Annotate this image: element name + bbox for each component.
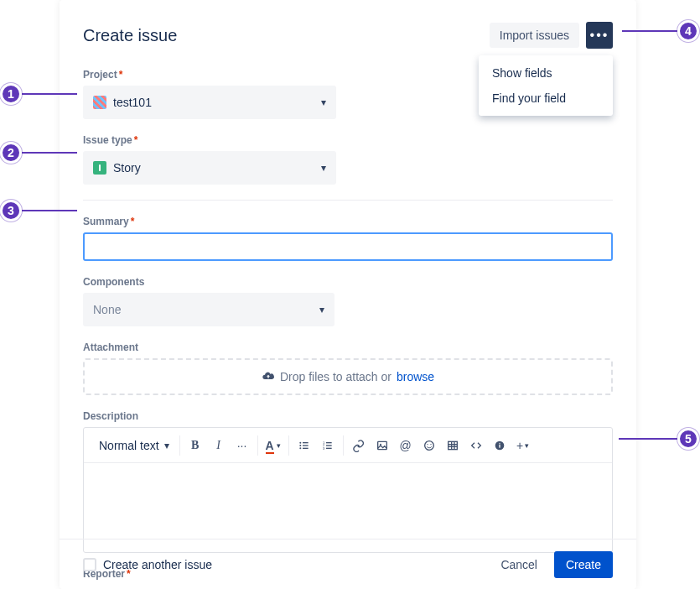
more-formatting-button[interactable]: ··· [232, 435, 252, 456]
divider [83, 200, 613, 201]
create-another-option[interactable]: Create another issue [83, 558, 212, 571]
issue-type-field: Issue type* Story ▾ [83, 134, 613, 185]
image-button[interactable] [372, 435, 392, 456]
issue-type-label: Issue type* [83, 134, 613, 146]
svg-rect-5 [303, 447, 309, 448]
text-style-select[interactable]: Normal text▾ [94, 435, 174, 456]
summary-field: Summary* [83, 216, 613, 261]
create-button[interactable]: Create [554, 551, 613, 578]
header-actions: Import issues ••• Show fields Find your … [490, 22, 613, 49]
toolbar-separator [343, 435, 344, 456]
issue-type-value: Story [113, 161, 141, 175]
more-button[interactable]: ••• [586, 22, 613, 49]
chevron-down-icon: ▾ [319, 304, 324, 315]
attachment-dropzone[interactable]: Drop files to attach or browse [83, 358, 613, 395]
dialog-footer: Create another issue Cancel Create [60, 539, 636, 589]
svg-point-16 [430, 444, 431, 445]
svg-rect-12 [377, 441, 386, 449]
svg-point-0 [299, 441, 301, 443]
svg-rect-23 [499, 444, 500, 447]
toolbar-separator [179, 435, 180, 456]
project-avatar-icon [93, 96, 106, 109]
numbered-list-button[interactable]: 123 [318, 435, 338, 456]
required-mark: * [134, 134, 138, 146]
svg-rect-11 [326, 447, 332, 448]
svg-point-4 [299, 447, 301, 449]
required-mark: * [119, 69, 123, 81]
required-mark: * [131, 216, 135, 227]
callout-3: 3 [0, 200, 22, 222]
callout-line [622, 30, 677, 32]
chevron-down-icon: ▾ [321, 96, 326, 108]
components-label: Components [83, 276, 613, 288]
create-issue-dialog: Create issue Import issues ••• Show fiel… [60, 0, 636, 589]
project-value: test101 [113, 96, 152, 109]
summary-label: Summary* [83, 216, 613, 227]
bullet-list-button[interactable] [294, 435, 314, 456]
svg-point-2 [299, 445, 301, 446]
editor-toolbar: Normal text▾ B I ··· A▾ 123 @ [84, 428, 612, 463]
link-button[interactable] [349, 435, 369, 456]
callout-line [22, 152, 77, 154]
attachment-label: Attachment [83, 341, 613, 353]
description-label: Description [83, 410, 613, 422]
insert-more-button[interactable]: +▾ [513, 435, 533, 456]
callout-line [22, 93, 77, 95]
mention-button[interactable]: @ [396, 435, 416, 456]
attachment-browse-link[interactable]: browse [397, 370, 434, 383]
table-button[interactable] [443, 435, 463, 456]
components-field: Components None ▾ [83, 276, 613, 326]
svg-text:3: 3 [323, 446, 325, 450]
text-color-button[interactable]: A▾ [263, 435, 283, 456]
callout-1: 1 [0, 83, 22, 105]
svg-rect-9 [326, 445, 332, 446]
issue-type-select[interactable]: Story ▾ [83, 151, 336, 185]
project-select[interactable]: test101 ▾ [83, 86, 336, 119]
more-icon: ••• [590, 29, 609, 42]
summary-input[interactable] [83, 232, 613, 261]
callout-4: 4 [677, 20, 699, 42]
chevron-down-icon: ▾ [164, 440, 169, 451]
toolbar-separator [288, 435, 289, 456]
menu-show-fields[interactable]: Show fields [479, 60, 613, 86]
emoji-button[interactable] [419, 435, 439, 456]
info-button[interactable] [490, 435, 510, 456]
attachment-field: Attachment Drop files to attach or brows… [83, 341, 613, 395]
attachment-drop-text: Drop files to attach or [280, 370, 391, 383]
rich-text-editor: Normal text▾ B I ··· A▾ 123 @ [83, 427, 613, 553]
callout-line [619, 438, 677, 440]
svg-rect-1 [303, 442, 309, 443]
create-another-checkbox[interactable] [83, 558, 96, 571]
menu-find-field[interactable]: Find your field [479, 86, 613, 111]
toolbar-separator [257, 435, 258, 456]
cancel-button[interactable]: Cancel [492, 551, 546, 578]
chevron-down-icon: ▾ [321, 162, 326, 174]
callout-5: 5 [677, 428, 699, 450]
story-icon [93, 161, 106, 175]
description-field: Description Normal text▾ B I ··· A▾ 123 [83, 410, 613, 553]
svg-point-15 [427, 444, 428, 445]
dialog-title: Create issue [83, 26, 177, 45]
import-issues-button[interactable]: Import issues [490, 23, 579, 48]
more-menu: Show fields Find your field [479, 55, 613, 116]
bold-button[interactable]: B [185, 435, 205, 456]
components-value: None [93, 303, 121, 316]
svg-point-14 [424, 440, 433, 450]
callout-2: 2 [0, 142, 22, 164]
svg-rect-17 [448, 441, 457, 449]
italic-button[interactable]: I [209, 435, 229, 456]
dialog-header: Create issue Import issues ••• Show fiel… [83, 22, 613, 49]
svg-rect-3 [303, 445, 309, 446]
components-select[interactable]: None ▾ [83, 293, 334, 326]
svg-rect-7 [326, 442, 332, 443]
code-button[interactable] [466, 435, 486, 456]
svg-point-24 [499, 442, 500, 443]
create-another-label: Create another issue [103, 558, 212, 571]
callout-line [22, 210, 77, 211]
upload-icon [262, 369, 275, 385]
